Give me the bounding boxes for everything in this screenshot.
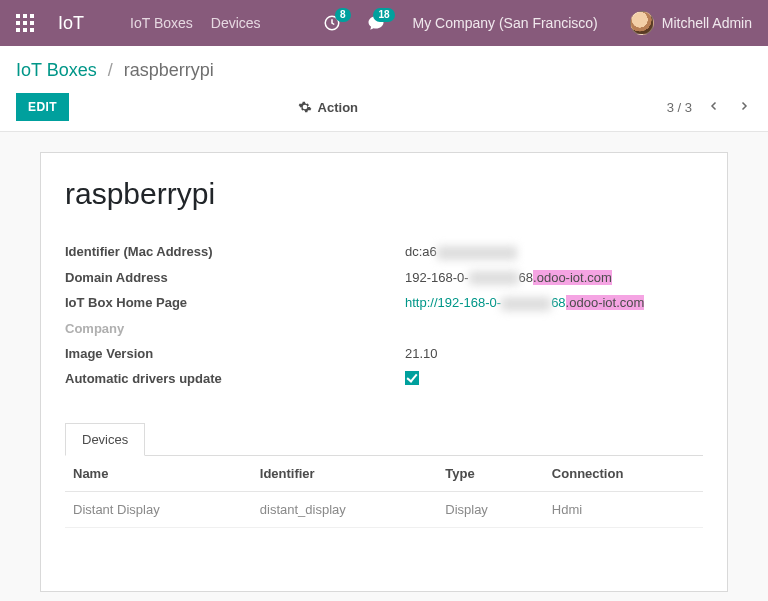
- svg-rect-6: [16, 28, 20, 32]
- value-identifier: dc:a6: [405, 244, 517, 260]
- row-domain: Domain Address 192-168-0-68.odoo-iot.com: [65, 265, 703, 291]
- breadcrumb: IoT Boxes / raspberrypi: [16, 60, 752, 81]
- row-company: Company: [65, 316, 703, 341]
- col-type[interactable]: Type: [437, 456, 544, 492]
- form-sheet: raspberrypi Identifier (Mac Address) dc:…: [40, 152, 728, 592]
- svg-rect-1: [23, 14, 27, 18]
- nav-iot-boxes[interactable]: IoT Boxes: [130, 15, 193, 31]
- cell-connection: Hdmi: [544, 491, 703, 527]
- tab-devices[interactable]: Devices: [65, 423, 145, 456]
- cell-identifier: distant_display: [252, 491, 437, 527]
- activities-count: 8: [335, 8, 351, 22]
- row-image-version: Image Version 21.10: [65, 341, 703, 366]
- pager[interactable]: 3 / 3: [667, 100, 692, 115]
- user-name: Mitchell Admin: [662, 15, 752, 31]
- action-label: Action: [318, 100, 358, 115]
- cell-type: Display: [437, 491, 544, 527]
- avatar: [630, 11, 654, 35]
- row-auto-drivers: Automatic drivers update: [65, 366, 703, 393]
- table-row[interactable]: Distant Display distant_display Display …: [65, 491, 703, 527]
- value-homepage[interactable]: http://192-168-0-68.odoo-iot.com: [405, 295, 644, 311]
- svg-rect-4: [23, 21, 27, 25]
- nav-devices[interactable]: Devices: [211, 15, 261, 31]
- value-auto-drivers: [405, 371, 419, 388]
- breadcrumb-sep: /: [108, 60, 113, 80]
- messages-button[interactable]: 18: [367, 14, 385, 32]
- label-identifier: Identifier (Mac Address): [65, 244, 405, 259]
- activities-button[interactable]: 8: [323, 14, 341, 32]
- app-title[interactable]: IoT: [58, 13, 84, 34]
- svg-rect-5: [30, 21, 34, 25]
- label-image-version: Image Version: [65, 346, 405, 361]
- auto-drivers-checkbox[interactable]: [405, 371, 419, 385]
- topbar: IoT IoT Boxes Devices 8 18 My Company (S…: [0, 0, 768, 46]
- table-header-row: Name Identifier Type Connection: [65, 456, 703, 492]
- svg-rect-0: [16, 14, 20, 18]
- row-homepage: IoT Box Home Page http://192-168-0-68.od…: [65, 290, 703, 316]
- breadcrumb-current: raspberrypi: [124, 60, 214, 80]
- value-domain: 192-168-0-68.odoo-iot.com: [405, 270, 612, 286]
- row-identifier: Identifier (Mac Address) dc:a6: [65, 239, 703, 265]
- nav-links: IoT Boxes Devices: [130, 15, 261, 31]
- svg-rect-3: [16, 21, 20, 25]
- label-company: Company: [65, 321, 405, 336]
- pager-prev-button[interactable]: [706, 98, 722, 117]
- apps-icon[interactable]: [16, 14, 34, 32]
- label-auto-drivers: Automatic drivers update: [65, 371, 405, 386]
- messages-count: 18: [373, 8, 394, 22]
- svg-rect-2: [30, 14, 34, 18]
- sheet-wrap: raspberrypi Identifier (Mac Address) dc:…: [0, 132, 768, 601]
- col-name[interactable]: Name: [65, 456, 252, 492]
- company-switcher[interactable]: My Company (San Francisco): [413, 15, 598, 31]
- label-homepage: IoT Box Home Page: [65, 295, 405, 310]
- record-title: raspberrypi: [65, 177, 703, 211]
- pager-next-button[interactable]: [736, 98, 752, 117]
- devices-table: Name Identifier Type Connection Distant …: [65, 456, 703, 528]
- gear-icon: [298, 100, 312, 114]
- svg-rect-8: [30, 28, 34, 32]
- breadcrumb-parent[interactable]: IoT Boxes: [16, 60, 97, 80]
- value-image-version: 21.10: [405, 346, 438, 361]
- tabs: Devices: [65, 423, 703, 456]
- cell-name: Distant Display: [65, 491, 252, 527]
- action-dropdown[interactable]: Action: [298, 100, 358, 115]
- control-bar: IoT Boxes / raspberrypi EDIT Action 3 / …: [0, 46, 768, 132]
- label-domain: Domain Address: [65, 270, 405, 285]
- col-connection[interactable]: Connection: [544, 456, 703, 492]
- svg-rect-7: [23, 28, 27, 32]
- edit-button[interactable]: EDIT: [16, 93, 69, 121]
- col-identifier[interactable]: Identifier: [252, 456, 437, 492]
- user-menu[interactable]: Mitchell Admin: [630, 11, 752, 35]
